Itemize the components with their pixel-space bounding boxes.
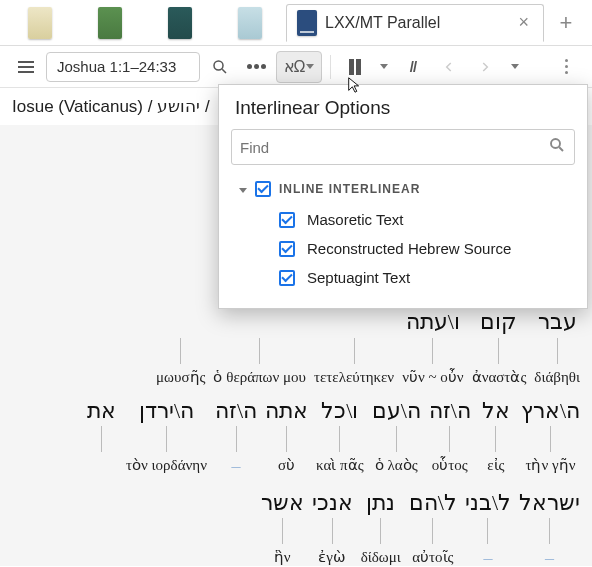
hebrew-word xyxy=(178,309,184,337)
word-cell[interactable]: ישראל– xyxy=(515,488,584,566)
word-cell[interactable]: את xyxy=(80,396,122,480)
hebrew-word: את xyxy=(87,398,116,426)
svg-point-2 xyxy=(551,139,560,148)
cell-divider xyxy=(236,426,237,452)
hebrew-word xyxy=(351,309,357,337)
greek-word: αὐτοῖς xyxy=(412,548,453,566)
word-cell[interactable]: μωυσῆς xyxy=(152,307,209,391)
cell-divider xyxy=(354,338,355,364)
word-cell[interactable]: אלεἰς xyxy=(475,396,517,480)
word-cell[interactable]: ה\ירדןτὸν ιορδάνην xyxy=(122,396,211,480)
reference-text: Joshua 1:1–24:33 xyxy=(57,58,176,75)
hebrew-word: ה\עם xyxy=(372,398,421,426)
word-cell[interactable]: ὁ θεράπων μου xyxy=(209,307,310,391)
more-menu-button[interactable] xyxy=(550,51,582,83)
interlinear-options-popup: Interlinear Options Inline Interlinear M… xyxy=(218,84,588,309)
tab-thumb-1[interactable] xyxy=(6,4,74,42)
find-input[interactable] xyxy=(240,139,548,156)
greek-word: νῦν ~ οὖν xyxy=(402,368,463,386)
svg-line-3 xyxy=(559,147,563,151)
greek-word: οὗτος xyxy=(432,456,468,474)
close-icon[interactable]: × xyxy=(514,12,533,33)
tab-thumb-2[interactable] xyxy=(76,4,144,42)
word-cell[interactable]: ה\זהοὗτος xyxy=(425,396,475,480)
interlinear-row: ה\ארץτὴν γῆνאלεἰςה\זהοὗτοςה\עםὁ λαὸςו\כל… xyxy=(0,394,592,486)
word-cell[interactable]: עברδιάβηθι xyxy=(530,307,584,391)
panel-menu-button[interactable] xyxy=(10,51,42,83)
word-cell[interactable]: ה\זה– xyxy=(211,396,261,484)
option-section-header[interactable]: Inline Interlinear xyxy=(219,175,587,205)
greek-word: τὴν γῆν xyxy=(525,456,575,474)
chevron-down-icon xyxy=(380,64,388,69)
hebrew-word: ל\בני xyxy=(465,490,511,518)
interlinear-button[interactable]: אΩ xyxy=(276,51,322,83)
word-cell[interactable]: אשרἣν xyxy=(257,488,308,566)
reference-input[interactable]: Joshua 1:1–24:33 xyxy=(46,52,200,82)
toolbar-separator xyxy=(330,55,331,79)
tab-add-button[interactable]: + xyxy=(546,10,586,36)
word-cell[interactable]: ו\עתהνῦν ~ οὖν xyxy=(398,307,467,391)
option-checkbox[interactable] xyxy=(279,270,295,286)
locator-button[interactable]: // xyxy=(397,51,429,83)
word-cell[interactable]: ו\כלκαὶ πᾶς xyxy=(312,396,368,480)
cell-divider xyxy=(432,338,433,364)
hebrew-word: ל\הם xyxy=(409,490,457,518)
greek-word: ἐγὼ xyxy=(318,548,346,566)
hebrew-word: ה\ירדן xyxy=(139,398,194,426)
option-item[interactable]: Septuagint Text xyxy=(219,263,587,292)
word-cell[interactable]: τετελεύτηκεν xyxy=(310,307,398,391)
svg-point-0 xyxy=(214,61,223,70)
option-checkbox[interactable] xyxy=(279,241,295,257)
nav-forward-button[interactable] xyxy=(469,51,501,83)
cell-divider xyxy=(550,426,551,452)
word-cell[interactable]: קוםἀναστὰς xyxy=(468,307,531,391)
cell-divider xyxy=(332,518,333,544)
chevron-down-icon xyxy=(306,64,314,69)
word-cell[interactable]: אתהσὺ xyxy=(261,396,312,480)
interlinear-icon: אΩ xyxy=(284,57,305,76)
hebrew-word: נתן xyxy=(366,490,395,518)
columns-menu-button[interactable] xyxy=(375,51,393,83)
word-cell[interactable]: ה\ארץτὴν γῆν xyxy=(517,396,584,480)
greek-word: δίδωμι xyxy=(361,548,401,566)
greek-word: εἰς xyxy=(487,456,504,474)
columns-button[interactable] xyxy=(339,51,371,83)
hebrew-word: ה\זה xyxy=(429,398,471,426)
search-button[interactable] xyxy=(204,51,236,83)
history-menu-button[interactable] xyxy=(505,51,525,83)
greek-word: – xyxy=(483,548,492,566)
tab-thumb-3[interactable] xyxy=(146,4,214,42)
search-icon[interactable] xyxy=(548,136,566,159)
hebrew-word: ישראל xyxy=(519,490,580,518)
cell-divider xyxy=(339,426,340,452)
word-cell[interactable]: נתןδίδωμι xyxy=(357,488,405,566)
greek-word: τετελεύτηκεν xyxy=(314,368,394,386)
section-checkbox[interactable] xyxy=(255,181,271,197)
option-label: Masoretic Text xyxy=(307,211,403,228)
option-checkbox[interactable] xyxy=(279,212,295,228)
word-cell[interactable]: ה\עםὁ λαὸς xyxy=(368,396,425,480)
hebrew-word: עבר xyxy=(538,309,577,337)
cell-divider xyxy=(549,518,550,544)
cell-divider xyxy=(487,518,488,544)
tab-active[interactable]: LXX/MT Parallel × xyxy=(286,4,544,42)
hebrew-word: קום xyxy=(480,309,517,337)
visual-filters-button[interactable] xyxy=(240,51,272,83)
interlinear-row: עברδιάβηθιקוםἀναστὰςו\עתהνῦν ~ οὖν τετελ… xyxy=(0,305,592,393)
greek-word: – xyxy=(545,548,554,566)
word-cell[interactable]: אנכיἐγὼ xyxy=(308,488,357,566)
option-item[interactable]: Masoretic Text xyxy=(219,205,587,234)
hebrew-word: ה\זה xyxy=(215,398,257,426)
greek-word: τὸν ιορδάνην xyxy=(126,456,207,474)
hebrew-word: ו\עתה xyxy=(406,309,460,337)
option-item[interactable]: Reconstructed Hebrew Source xyxy=(219,234,587,263)
cell-divider xyxy=(286,426,287,452)
chevron-down-icon xyxy=(511,64,519,69)
cell-divider xyxy=(259,338,260,364)
interlinear-row: ישראל–ל\בני–ל\הםαὐτοῖςנתןδίδωμιאנכיἐγὼאש… xyxy=(0,486,592,566)
word-cell[interactable]: ל\בני– xyxy=(461,488,515,566)
word-cell[interactable]: ל\הםαὐτοῖς xyxy=(405,488,461,566)
tab-thumb-4[interactable] xyxy=(216,4,284,42)
nav-back-button[interactable] xyxy=(433,51,465,83)
hebrew-word: אשר xyxy=(261,490,304,518)
